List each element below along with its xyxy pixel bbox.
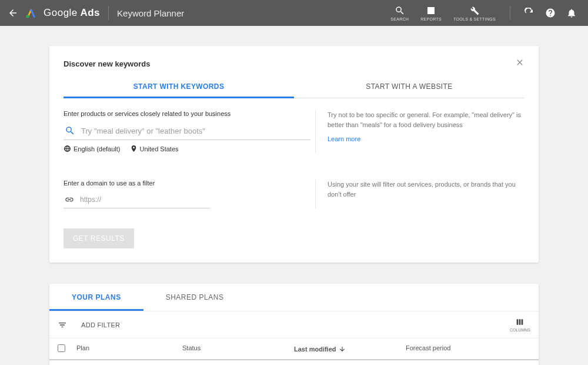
col-last-modified[interactable]: Last modified	[294, 344, 406, 353]
search-tool[interactable]: SEARCH	[385, 5, 415, 21]
domain-tip-panel: Using your site will filter out services…	[315, 180, 524, 208]
svg-point-0	[26, 15, 29, 18]
reports-tool[interactable]: REPORTS	[415, 5, 447, 21]
tip-panel: Try not to be too specific or general. F…	[315, 110, 524, 152]
get-results-button[interactable]: GET RESULTS	[64, 228, 134, 248]
header-divider-2	[510, 6, 510, 20]
tab-your-plans[interactable]: YOUR PLANS	[49, 284, 143, 311]
tab-start-website[interactable]: START WITH A WEBSITE	[294, 75, 524, 98]
language-selector[interactable]: English (default)	[64, 145, 121, 152]
discover-title: Discover new keywords	[64, 59, 515, 68]
app-header: Google Ads Keyword Planner SEARCH REPORT…	[0, 0, 588, 26]
brand-name: Google Ads	[44, 7, 100, 19]
close-button[interactable]	[515, 58, 524, 69]
header-divider	[108, 6, 109, 20]
keyword-input[interactable]	[81, 127, 310, 135]
learn-more-link[interactable]: Learn more	[328, 134, 360, 144]
select-all-checkbox[interactable]	[58, 344, 65, 352]
plans-table-header: Plan Status Last modified Forecast perio…	[49, 339, 539, 360]
location-icon	[130, 145, 138, 152]
domain-input-wrap[interactable]	[64, 193, 211, 208]
google-ads-logo	[25, 6, 38, 19]
col-plan[interactable]: Plan	[76, 344, 182, 353]
globe-icon	[64, 145, 71, 152]
domain-label: Enter a domain to use as a filter	[64, 180, 310, 187]
notifications-icon[interactable]	[564, 6, 579, 20]
tab-start-keywords[interactable]: START WITH KEYWORDS	[64, 75, 294, 98]
link-icon	[65, 195, 74, 204]
search-icon	[65, 125, 75, 136]
products-label: Enter products or services closely relat…	[64, 110, 310, 117]
filter-icon[interactable]	[58, 320, 67, 330]
columns-button[interactable]: COLUMNS	[510, 317, 530, 332]
keyword-input-wrap[interactable]	[64, 123, 310, 140]
col-status[interactable]: Status	[182, 344, 294, 353]
columns-icon	[515, 317, 524, 327]
page-title: Keyword Planner	[117, 8, 184, 18]
col-forecast[interactable]: Forecast period	[406, 344, 530, 353]
add-filter-button[interactable]: ADD FILTER	[81, 321, 120, 328]
refresh-icon[interactable]	[522, 6, 536, 20]
domain-input[interactable]	[80, 195, 211, 204]
plans-card: YOUR PLANS SHARED PLANS ADD FILTER COLUM…	[49, 284, 539, 365]
tools-settings[interactable]: TOOLS & SETTINGS	[447, 5, 502, 21]
discover-keywords-card: Discover new keywords START WITH KEYWORD…	[49, 46, 539, 263]
sort-down-icon	[339, 346, 346, 353]
help-icon[interactable]	[543, 6, 557, 20]
plans-empty-state: Find new keyword ideas, get search volum…	[49, 360, 539, 365]
tab-shared-plans[interactable]: SHARED PLANS	[143, 284, 246, 311]
location-selector[interactable]: United States	[130, 145, 179, 152]
back-button[interactable]	[6, 6, 20, 20]
